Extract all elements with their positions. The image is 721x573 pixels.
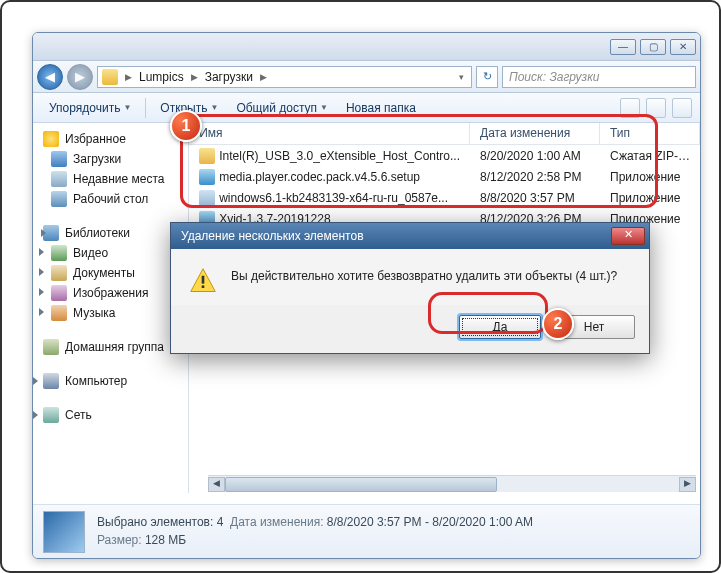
dialog-title-bar: Удаление нескольких элементов ✕ [171, 223, 649, 249]
svg-rect-1 [202, 276, 205, 284]
recent-icon [51, 171, 67, 187]
file-name: windows6.1-kb2483139-x64-ru-ru_0587e... [219, 191, 448, 205]
status-size: 128 МБ [145, 533, 186, 547]
toolbar: Упорядочить ▼ Открыть ▼ Общий доступ ▼ Н… [33, 93, 700, 123]
sidebar-network[interactable]: Сеть [33, 405, 188, 425]
minimize-button[interactable]: — [610, 39, 636, 55]
status-selected: Выбрано элементов: 4 [97, 515, 223, 529]
horizontal-scrollbar[interactable]: ◀ ▶ [208, 475, 696, 492]
title-bar: — ▢ ✕ [33, 33, 700, 61]
maximize-button[interactable]: ▢ [640, 39, 666, 55]
forward-button[interactable]: ▶ [67, 64, 93, 90]
selection-thumbnail [43, 511, 85, 553]
help-icon[interactable] [672, 98, 692, 118]
scroll-thumb[interactable] [225, 477, 497, 492]
col-type[interactable]: Тип [600, 123, 700, 144]
homegroup-icon [43, 339, 59, 355]
organize-button[interactable]: Упорядочить ▼ [41, 97, 139, 119]
network-icon [43, 407, 59, 423]
col-date[interactable]: Дата изменения [470, 123, 600, 144]
music-icon [51, 305, 67, 321]
annotation-callout-2: 2 [542, 308, 574, 340]
file-icon [199, 190, 215, 206]
address-bar[interactable]: ▶ Lumpics ▶ Загрузки ▶ ▾ [97, 66, 472, 88]
sidebar-item-recent[interactable]: Недавние места [33, 169, 188, 189]
video-icon [51, 245, 67, 261]
sidebar-item-music[interactable]: Музыка [33, 303, 188, 323]
back-button[interactable]: ◀ [37, 64, 63, 90]
picture-icon [51, 285, 67, 301]
dialog-message: Вы действительно хотите безвозвратно уда… [231, 267, 617, 295]
file-icon [199, 148, 215, 164]
table-row[interactable]: windows6.1-kb2483139-x64-ru-ru_0587e...8… [189, 187, 700, 208]
sidebar-homegroup[interactable]: Домашняя группа [33, 337, 188, 357]
svg-rect-2 [202, 285, 205, 288]
desktop-icon [51, 191, 67, 207]
status-bar: Выбрано элементов: 4 Дата изменения: 8/8… [33, 504, 700, 558]
file-name: Intel(R)_USB_3.0_eXtensible_Host_Contro.… [219, 149, 460, 163]
annotation-callout-1: 1 [170, 110, 202, 142]
delete-confirm-dialog: Удаление нескольких элементов ✕ Вы дейст… [170, 222, 650, 354]
breadcrumb-part[interactable]: Lumpics [139, 70, 184, 84]
column-headers: Имя Дата изменения Тип [189, 123, 700, 145]
search-placeholder: Поиск: Загрузки [509, 70, 600, 84]
file-type: Приложение [600, 170, 700, 184]
sidebar-computer[interactable]: Компьютер [33, 371, 188, 391]
file-type: Сжатая ZIP-па [600, 149, 700, 163]
file-date: 8/8/2020 3:57 PM [470, 191, 600, 205]
star-icon [43, 131, 59, 147]
yes-button[interactable]: Да [459, 315, 541, 339]
downloads-icon [51, 151, 67, 167]
warning-icon [189, 267, 217, 295]
refresh-button[interactable]: ↻ [476, 66, 498, 88]
document-icon [51, 265, 67, 281]
sidebar-item-desktop[interactable]: Рабочий стол [33, 189, 188, 209]
scroll-left-icon[interactable]: ◀ [208, 477, 225, 492]
file-type: Приложение [600, 191, 700, 205]
sidebar: Избранное Загрузки Недавние места Рабочи… [33, 123, 189, 493]
col-name[interactable]: Имя [189, 123, 470, 144]
nav-row: ◀ ▶ ▶ Lumpics ▶ Загрузки ▶ ▾ ↻ Поиск: За… [33, 61, 700, 93]
dialog-title: Удаление нескольких элементов [181, 229, 364, 243]
scroll-right-icon[interactable]: ▶ [679, 477, 696, 492]
file-date: 8/12/2020 2:58 PM [470, 170, 600, 184]
computer-icon [43, 373, 59, 389]
breadcrumb-part[interactable]: Загрузки [205, 70, 253, 84]
file-name: media.player.codec.pack.v4.5.6.setup [219, 170, 420, 184]
folder-icon [102, 69, 118, 85]
status-date: 8/8/2020 3:57 PM - 8/20/2020 1:00 AM [327, 515, 533, 529]
table-row[interactable]: Intel(R)_USB_3.0_eXtensible_Host_Contro.… [189, 145, 700, 166]
sidebar-item-videos[interactable]: Видео [33, 243, 188, 263]
share-button[interactable]: Общий доступ ▼ [228, 97, 336, 119]
sidebar-favorites[interactable]: Избранное [33, 129, 188, 149]
preview-pane-icon[interactable] [646, 98, 666, 118]
sidebar-libraries[interactable]: Библиотеки [33, 223, 188, 243]
view-options-icon[interactable] [620, 98, 640, 118]
file-date: 8/20/2020 1:00 AM [470, 149, 600, 163]
close-button[interactable]: ✕ [670, 39, 696, 55]
sidebar-item-downloads[interactable]: Загрузки [33, 149, 188, 169]
sidebar-item-documents[interactable]: Документы [33, 263, 188, 283]
dialog-close-button[interactable]: ✕ [611, 227, 645, 245]
sidebar-item-pictures[interactable]: Изображения [33, 283, 188, 303]
file-icon [199, 169, 215, 185]
table-row[interactable]: media.player.codec.pack.v4.5.6.setup8/12… [189, 166, 700, 187]
new-folder-button[interactable]: Новая папка [338, 97, 424, 119]
address-dropdown[interactable]: ▾ [456, 72, 467, 82]
search-input[interactable]: Поиск: Загрузки [502, 66, 696, 88]
